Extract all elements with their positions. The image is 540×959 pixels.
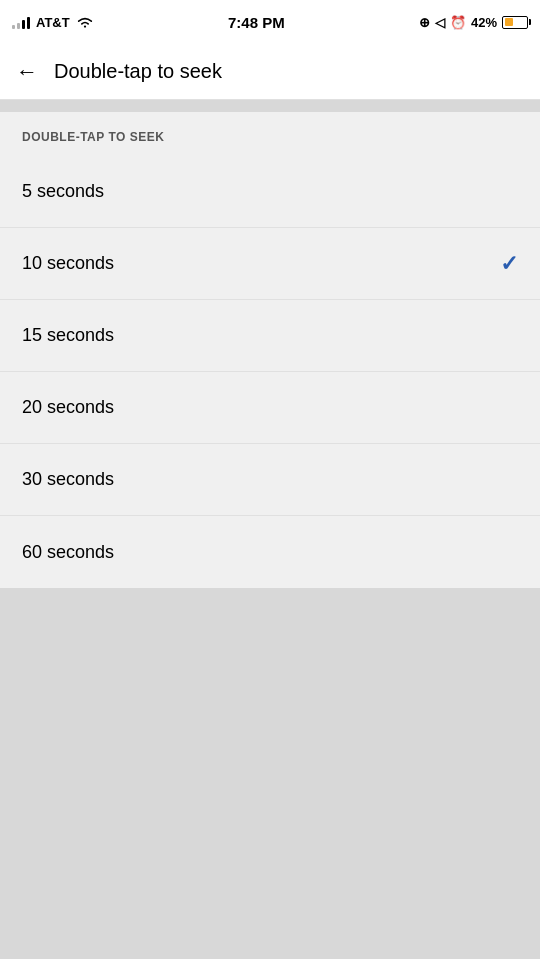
- option-item-10s[interactable]: 10 seconds✓: [0, 228, 540, 300]
- signal-icon: [12, 15, 30, 29]
- wifi-icon: [76, 16, 94, 29]
- options-list: 5 seconds10 seconds✓15 seconds20 seconds…: [0, 156, 540, 588]
- compass-icon: ◁: [435, 15, 445, 30]
- battery-percent: 42%: [471, 15, 497, 30]
- carrier-label: AT&T: [36, 15, 70, 30]
- status-right: ⊕ ◁ ⏰ 42%: [419, 15, 528, 30]
- status-bar: AT&T 7:48 PM ⊕ ◁ ⏰ 42%: [0, 0, 540, 44]
- option-item-15s[interactable]: 15 seconds: [0, 300, 540, 372]
- settings-card: DOUBLE-TAP TO SEEK 5 seconds10 seconds✓1…: [0, 112, 540, 588]
- status-left: AT&T: [12, 15, 94, 30]
- selected-check-icon: ✓: [500, 251, 518, 277]
- time-display: 7:48 PM: [228, 14, 285, 31]
- option-label-10s: 10 seconds: [22, 253, 114, 274]
- back-button[interactable]: ←: [16, 59, 38, 85]
- page-title: Double-tap to seek: [54, 60, 222, 83]
- page-header: ← Double-tap to seek: [0, 44, 540, 100]
- location-icon: ⊕: [419, 15, 430, 30]
- option-label-15s: 15 seconds: [22, 325, 114, 346]
- option-label-20s: 20 seconds: [22, 397, 114, 418]
- main-content: DOUBLE-TAP TO SEEK 5 seconds10 seconds✓1…: [0, 100, 540, 600]
- option-label-30s: 30 seconds: [22, 469, 114, 490]
- option-label-60s: 60 seconds: [22, 542, 114, 563]
- option-item-5s[interactable]: 5 seconds: [0, 156, 540, 228]
- option-item-60s[interactable]: 60 seconds: [0, 516, 540, 588]
- option-item-30s[interactable]: 30 seconds: [0, 444, 540, 516]
- option-item-20s[interactable]: 20 seconds: [0, 372, 540, 444]
- alarm-icon: ⏰: [450, 15, 466, 30]
- option-label-5s: 5 seconds: [22, 181, 104, 202]
- battery-icon: [502, 16, 528, 29]
- section-header: DOUBLE-TAP TO SEEK: [0, 112, 540, 156]
